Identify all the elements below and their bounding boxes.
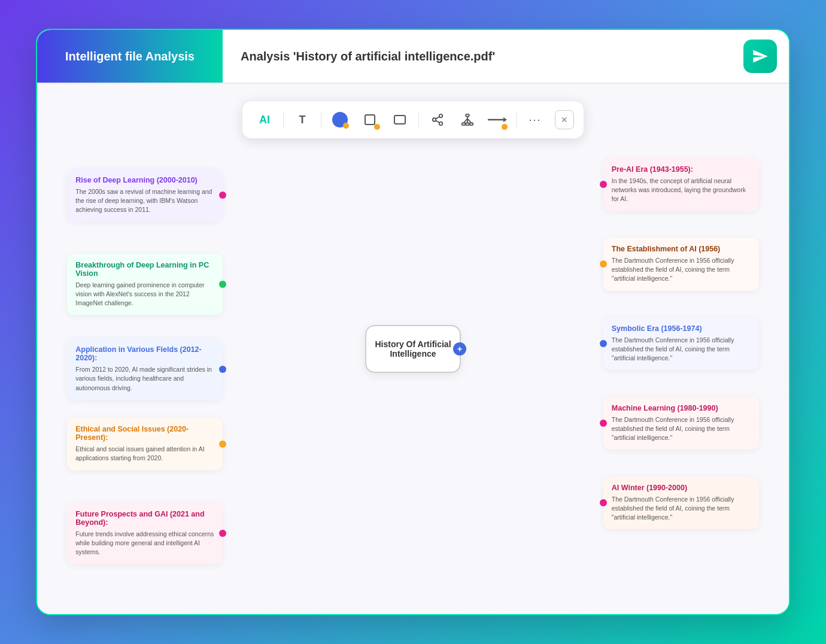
main-card: Intelligent file Analysis Analysis 'Hist… — [36, 29, 790, 615]
right-node-3[interactable]: Symbolic Era (1956-1974) The Dartmouth C… — [603, 317, 759, 370]
canvas: AI T — [37, 84, 789, 614]
svg-line-5 — [436, 120, 439, 123]
brand-title: Intelligent file Analysis — [65, 50, 195, 63]
close-icon: ✕ — [561, 115, 568, 124]
svg-line-14 — [467, 119, 471, 123]
right-node-5-desc: The Dartmouth Conference in 1956 officia… — [612, 495, 751, 523]
svg-rect-0 — [365, 115, 375, 124]
send-icon — [752, 48, 769, 65]
right-node-5[interactable]: AI Winter (1990-2000) The Dartmouth Conf… — [603, 476, 759, 530]
conn-dot-r5 — [600, 499, 607, 506]
conn-dot-r3 — [600, 340, 607, 347]
left-node-2[interactable]: Breakthrough of Deep Learning in PC Visi… — [67, 254, 223, 315]
left-node-3-title: Application in Various Fields (2012-2020… — [75, 345, 214, 362]
title-file: 'History of artificial intelligence.pdf' — [293, 50, 495, 63]
right-node-4[interactable]: Machine Learning (1980-1990) The Dartmou… — [603, 397, 759, 450]
right-node-2-desc: The Dartmouth Conference in 1956 officia… — [612, 256, 751, 284]
conn-dot-2 — [219, 281, 226, 288]
svg-line-6 — [436, 117, 439, 119]
left-node-5[interactable]: Future Prospects and GAI (2021 and Beyon… — [67, 503, 223, 564]
svg-rect-8 — [462, 123, 466, 126]
more-tool[interactable]: ··· — [523, 107, 548, 132]
hierarchy-icon — [461, 113, 474, 126]
right-node-4-desc: The Dartmouth Conference in 1956 officia… — [612, 415, 751, 443]
left-node-2-title: Breakthrough of Deep Learning in PC Visi… — [75, 261, 214, 278]
ai-tool[interactable]: AI — [252, 107, 277, 132]
title-prefix: Analysis — [241, 50, 293, 63]
header-title: Analysis 'History of artificial intellig… — [223, 50, 743, 63]
left-node-1-desc: The 2000s saw a revival of machine learn… — [75, 187, 214, 215]
svg-line-12 — [464, 119, 467, 123]
svg-rect-1 — [394, 116, 405, 124]
right-node-1[interactable]: Pre-AI Era (1943-1955): In the 1940s, th… — [603, 158, 759, 211]
left-node-3-desc: From 2012 to 2020, AI made significant s… — [75, 365, 214, 393]
line-icon — [488, 116, 507, 124]
circle-tool[interactable] — [327, 107, 353, 132]
more-label: ··· — [529, 114, 541, 126]
badge-dot — [343, 123, 349, 129]
hierarchy-tool[interactable] — [455, 107, 480, 132]
t-label: T — [299, 114, 306, 126]
left-node-3[interactable]: Application in Various Fields (2012-2020… — [67, 338, 223, 400]
rect-icon — [393, 113, 406, 126]
center-title: History Of Artificial Intelligence — [366, 339, 460, 359]
svg-rect-7 — [466, 114, 469, 117]
svg-point-3 — [433, 118, 436, 121]
conn-dot-r4 — [600, 420, 607, 427]
ai-label: AI — [259, 114, 270, 126]
left-node-1-title: Rise of Deep Learning (2000-2010) — [75, 176, 214, 184]
left-node-1[interactable]: Rise of Deep Learning (2000-2010) The 20… — [67, 169, 223, 222]
right-node-1-title: Pre-AI Era (1943-1955): — [612, 165, 751, 174]
left-node-4-desc: Ethical and social issues gained attenti… — [75, 445, 214, 463]
header: Intelligent file Analysis Analysis 'Hist… — [37, 30, 789, 84]
text-tool[interactable]: T — [290, 107, 315, 132]
right-node-1-desc: In the 1940s, the concept of artificial … — [612, 177, 751, 204]
left-node-5-desc: Future trends involve addressing ethical… — [75, 530, 214, 557]
right-node-4-title: Machine Learning (1980-1990) — [612, 404, 751, 412]
brand-area: Intelligent file Analysis — [37, 30, 223, 83]
conn-dot-1 — [219, 192, 226, 199]
rect-tool[interactable] — [387, 107, 412, 132]
send-button[interactable] — [743, 40, 777, 73]
divider-4 — [516, 111, 517, 128]
right-node-3-title: Symbolic Era (1956-1974) — [612, 324, 751, 333]
svg-rect-9 — [466, 123, 469, 126]
add-node-button[interactable]: + — [453, 342, 466, 356]
toolbar: AI T — [242, 101, 584, 139]
divider-1 — [283, 111, 284, 128]
right-node-2-title: The Establishment of AI (1956) — [612, 245, 751, 253]
center-node[interactable]: History Of Artificial Intelligence + — [365, 325, 461, 373]
conn-dot-5 — [219, 530, 226, 537]
close-button[interactable]: ✕ — [555, 110, 574, 129]
divider-2 — [321, 111, 321, 128]
right-node-2[interactable]: The Establishment of AI (1956) The Dartm… — [603, 238, 759, 291]
right-node-3-desc: The Dartmouth Conference in 1956 officia… — [612, 336, 751, 363]
left-node-4[interactable]: Ethical and Social Issues (2020-Present)… — [67, 418, 223, 470]
left-node-4-title: Ethical and Social Issues (2020-Present)… — [75, 425, 214, 442]
share-tool[interactable] — [425, 107, 450, 132]
conn-dot-r2 — [600, 260, 607, 268]
frame-tool[interactable] — [357, 107, 382, 132]
svg-point-2 — [439, 114, 443, 118]
conn-dot-3 — [219, 366, 226, 373]
line-badge — [502, 124, 508, 130]
left-node-2-desc: Deep learning gained prominence in compu… — [75, 281, 214, 308]
left-node-5-title: Future Prospects and GAI (2021 and Beyon… — [75, 510, 214, 527]
share-icon — [431, 113, 444, 126]
svg-point-4 — [439, 122, 443, 126]
svg-rect-10 — [470, 123, 473, 126]
frame-badge — [374, 124, 380, 130]
svg-marker-16 — [503, 117, 507, 122]
right-node-5-title: AI Winter (1990-2000) — [612, 484, 751, 492]
conn-dot-r1 — [600, 181, 607, 188]
conn-dot-4 — [219, 441, 226, 448]
line-tool[interactable] — [485, 107, 510, 132]
divider-3 — [418, 111, 419, 128]
